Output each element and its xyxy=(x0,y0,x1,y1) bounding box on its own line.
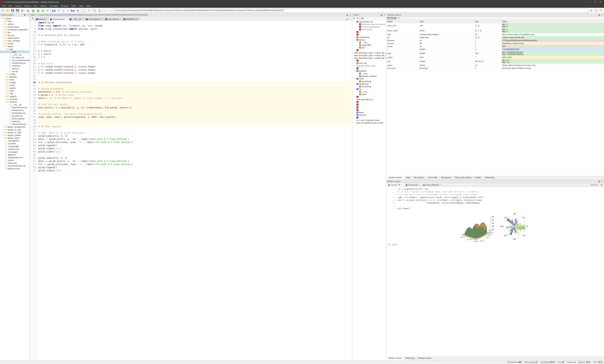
tree-item[interactable]: 📄requirements.py xyxy=(0,123,29,126)
maximize-button[interactable]: ☐ xyxy=(592,0,598,4)
dir-dropdown-icon[interactable]: ▾ xyxy=(589,8,594,13)
column-header[interactable]: Type xyxy=(419,20,474,23)
tree-item[interactable]: ▸📁config xyxy=(0,73,29,75)
variable-row[interactable]: list_testlist2[Dataframe, Numpy array] xyxy=(387,42,604,45)
variable-table[interactable]: NameTypeSizeValuearray_int8int8(2, 3)Min… xyxy=(387,20,604,176)
preferences-icon[interactable]: 🔧 xyxy=(93,8,97,13)
tree-item[interactable]: 📄.travis.yml xyxy=(0,162,29,164)
tab-list-icon[interactable]: ☰ xyxy=(30,16,35,21)
debug-icon[interactable]: ▶▮ xyxy=(51,8,56,13)
tree-item[interactable]: 📄otherplugins.py xyxy=(0,112,29,114)
step-into-icon[interactable]: ↘ xyxy=(61,8,65,13)
console-tab[interactable]: ▣Console 1/A✕ xyxy=(387,184,404,186)
tree-item[interactable]: 📄dependencies.py xyxy=(0,106,29,109)
code-editor[interactable]: 7891011121314151617181920212223242526272… xyxy=(30,21,352,360)
run-icon[interactable]: ▶ xyxy=(26,8,31,13)
column-header[interactable]: Size xyxy=(474,20,501,23)
save-data-icon[interactable]: 💾 xyxy=(390,17,393,19)
menu-file[interactable]: File xyxy=(1,5,7,7)
tree-item[interactable]: ▸📁tests xyxy=(0,89,29,92)
pane-tab[interactable]: History log xyxy=(403,357,416,360)
options-icon[interactable]: ✕ xyxy=(399,17,401,19)
menu-consoles[interactable]: Consoles xyxy=(48,5,60,7)
variable-row[interactable]: radiifloat64(20,)Min: 0.498303663853687 … xyxy=(387,51,604,56)
menu-help[interactable]: Help xyxy=(85,5,92,7)
outline-item[interactable]: ● xyxy=(353,101,386,103)
pane-tab[interactable]: Online help xyxy=(483,176,496,180)
variable-row[interactable]: rgbfloat64(45, 45, 4)Min: 0.0 Max: 1.0 xyxy=(387,59,604,64)
tree-item[interactable]: 📄.ciocopyright xyxy=(0,145,29,148)
tree-item[interactable]: 📄pyplot.py xyxy=(0,120,29,123)
outline-item[interactable]: f__init__ xyxy=(353,90,386,93)
step-out-icon[interactable]: ↗ xyxy=(66,8,70,13)
menu-run[interactable]: Run xyxy=(32,5,39,7)
new-file-icon[interactable]: 🗋 xyxy=(1,8,5,13)
outline-tool-icon[interactable]: ▦ xyxy=(362,17,363,19)
outline-item[interactable]: ● xyxy=(353,103,386,106)
outline-item[interactable]: ● xyxy=(353,49,386,51)
python-path-icon[interactable]: 🐍 xyxy=(97,8,102,13)
tree-item[interactable]: ▾📁spyder xyxy=(0,45,29,48)
menu-source[interactable]: Source xyxy=(23,5,32,7)
outline-item[interactable]: ● xyxy=(353,106,386,109)
tree-item[interactable]: ▾📁workers xyxy=(0,100,29,103)
outline-item[interactable]: ● xyxy=(353,31,386,33)
variable-row[interactable]: dfDataFrame(3, 2)Column names: bools, in… xyxy=(387,36,604,39)
outline-item[interactable]: fappendleft xyxy=(353,44,386,46)
undock-icon[interactable]: ◧ xyxy=(598,180,601,182)
column-header[interactable]: Value xyxy=(501,20,604,23)
variable-row[interactable]: barscontainer.BarContainer20BarContainer… xyxy=(387,33,604,36)
tree-item[interactable]: ▸📁spyder_io_dcm xyxy=(0,128,29,131)
pane-tab[interactable]: Help xyxy=(404,176,412,180)
menu-projects[interactable]: Projects xyxy=(60,5,70,7)
tree-item[interactable]: ▸📁spyder_io_hdf5 xyxy=(0,131,29,134)
outline-item[interactable]: Example Bitzer class xyxy=(353,64,386,67)
outline-item[interactable]: CDerived xyxy=(353,114,386,116)
undock-icon[interactable]: ◧ xyxy=(598,14,601,16)
close-pane-icon[interactable]: ✕ xyxy=(26,14,29,16)
at-icon[interactable]: @ xyxy=(20,8,25,13)
menu-edit[interactable]: Edit xyxy=(7,5,13,7)
menu-view[interactable]: View xyxy=(77,5,85,7)
outline-tool-icon[interactable]: ⇅ xyxy=(357,17,359,19)
outline-item[interactable]: for r, bar in zip(radii, bars): xyxy=(353,119,386,122)
outline-item[interactable]: fpop xyxy=(353,46,386,49)
tree-item[interactable]: ▸📁plugins xyxy=(0,87,29,89)
tree-item[interactable]: 📄mainwindow.py xyxy=(0,62,29,64)
outline-item[interactable]: f__init__ xyxy=(353,41,386,44)
outline-item[interactable]: ▾CDataframe xyxy=(353,83,386,85)
pane-tab[interactable]: Breakpoints xyxy=(439,176,453,180)
variable-row[interactable]: seriesSeries(1,)Series object of pandas.… xyxy=(387,64,604,67)
close-pane-icon[interactable]: ✕ xyxy=(601,14,603,16)
editor-tab[interactable]: README.md✕ xyxy=(122,18,140,21)
close-pane-icon[interactable]: ✕ xyxy=(349,14,351,16)
variable-row[interactable]: array_int8int8(2, 3)Min: -7 Max: 6 xyxy=(387,23,604,28)
continue-icon[interactable]: ▶▶ xyxy=(71,8,75,13)
outline-item[interactable]: fsomething xyxy=(353,80,386,83)
outline-item[interactable]: ● xyxy=(353,33,386,36)
tree-item[interactable]: 📄.gitignore xyxy=(0,153,29,156)
tree-item[interactable]: ▸📁utils xyxy=(0,92,29,95)
close-tab-icon[interactable]: ✕ xyxy=(101,18,102,20)
pane-tab[interactable]: File explorer xyxy=(412,176,426,180)
close-tab-icon[interactable]: ✕ xyxy=(439,184,441,186)
column-header[interactable]: Name xyxy=(387,20,419,23)
parent-dir-icon[interactable]: ↰ xyxy=(599,8,603,13)
console-tab[interactable]: ▣Console 2/A✕ xyxy=(404,184,422,186)
outline-tree[interactable]: ▾●interpolation.py●Generate data for ana… xyxy=(352,20,386,360)
step-over-icon[interactable]: ↷ xyxy=(56,8,61,13)
outline-item[interactable]: ●Plot results xyxy=(353,28,386,31)
variable-row[interactable]: regiontuple2(slice, slice) xyxy=(387,56,604,59)
open-file-icon[interactable]: 📂 xyxy=(6,8,10,13)
import-data-icon[interactable]: 💾 xyxy=(387,17,390,19)
console-options-icon[interactable]: ⚙ xyxy=(599,184,604,186)
outline-item[interactable]: f__init__ xyxy=(353,72,386,75)
maximize-pane-icon[interactable]: ⛶ xyxy=(82,8,86,13)
outline-tool-icon[interactable]: ▭ xyxy=(359,17,361,19)
project-tree[interactable]: ▾📁Spyder▾📁Data▸📁.github▸📁conda.recipe▸📁c… xyxy=(0,17,29,360)
tree-item[interactable]: 📄.pep8speaks.yml xyxy=(0,156,29,159)
menu-debug[interactable]: Debug xyxy=(39,5,48,7)
menu-tools[interactable]: Tools xyxy=(70,5,78,7)
variable-row[interactable]: nrowsint1344 xyxy=(387,45,604,48)
tree-item[interactable]: ▸📁continuous_integration xyxy=(0,28,29,31)
